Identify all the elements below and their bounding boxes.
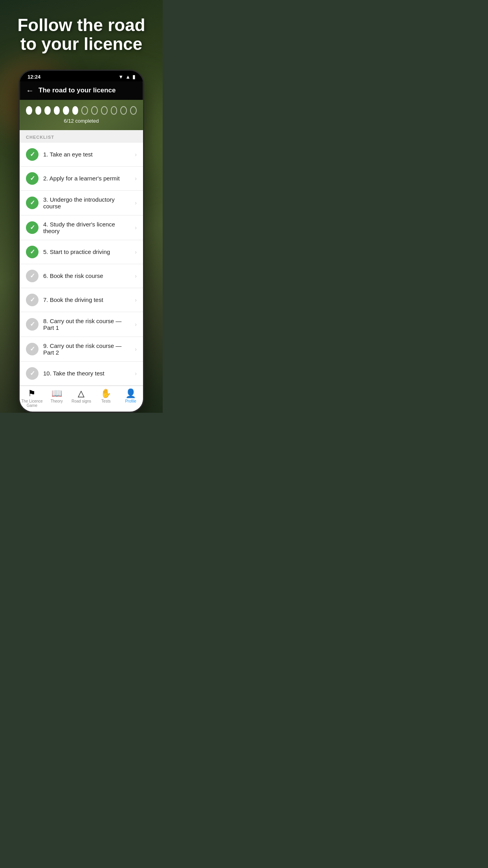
checklist-item-text-3: 3. Undergo the introductory course bbox=[43, 196, 130, 210]
check-icon-1: ✓ bbox=[26, 148, 39, 161]
progress-section: 6/12 completed bbox=[20, 100, 143, 130]
profile-icon: 👤 bbox=[125, 389, 136, 398]
check-icon-7: ✓ bbox=[26, 294, 39, 306]
chevron-icon-5: › bbox=[135, 249, 137, 255]
checklist-list: ✓1. Take an eye test›✓2. Apply for a lea… bbox=[20, 143, 143, 386]
page: Follow the road to your licence 12:24 ▼ … bbox=[0, 0, 163, 413]
progress-dot-8 bbox=[91, 106, 98, 115]
progress-dot-4 bbox=[54, 106, 60, 115]
chevron-icon-8: › bbox=[135, 321, 137, 327]
checklist-item-9[interactable]: ✓9. Carry out the risk course — Part 2› bbox=[20, 337, 143, 362]
checklist-item-text-8: 8. Carry out the risk course — Part 1 bbox=[43, 318, 130, 331]
checklist-item-4[interactable]: ✓4. Study the driver's licence theory› bbox=[20, 215, 143, 240]
bottom-nav: ⚑The Licence Game📖Theory△Road signs✋Test… bbox=[20, 386, 143, 412]
progress-label: 6/12 completed bbox=[26, 118, 137, 124]
chevron-icon-2: › bbox=[135, 175, 137, 182]
tests-label: Tests bbox=[101, 399, 110, 403]
checklist-item-10[interactable]: ✓10. Take the theory test› bbox=[20, 362, 143, 386]
progress-dot-11 bbox=[120, 106, 127, 115]
checklist-item-8[interactable]: ✓8. Carry out the risk course — Part 1› bbox=[20, 312, 143, 337]
checklist-item-5[interactable]: ✓5. Start to practice driving› bbox=[20, 240, 143, 264]
theory-icon: 📖 bbox=[51, 389, 62, 398]
check-icon-8: ✓ bbox=[26, 318, 39, 331]
status-icons: ▼ ▲ ▮ bbox=[118, 74, 135, 80]
licence-game-label: The Licence Game bbox=[21, 399, 43, 408]
progress-dot-7 bbox=[81, 106, 88, 115]
check-icon-2: ✓ bbox=[26, 172, 39, 185]
signal-icon: ▲ bbox=[125, 74, 130, 80]
checklist-item-text-6: 6. Book the risk course bbox=[43, 272, 130, 279]
theory-label: Theory bbox=[51, 399, 63, 403]
progress-dot-10 bbox=[111, 106, 117, 115]
nav-item-road-signs[interactable]: △Road signs bbox=[69, 386, 94, 412]
checklist-item-text-10: 10. Take the theory test bbox=[43, 370, 130, 377]
app-header: ← The road to your licence bbox=[20, 81, 143, 100]
nav-item-profile[interactable]: 👤Profile bbox=[118, 386, 143, 412]
checklist-item-text-9: 9. Carry out the risk course — Part 2 bbox=[43, 342, 130, 356]
road-signs-label: Road signs bbox=[72, 399, 91, 403]
licence-game-icon: ⚑ bbox=[28, 389, 36, 398]
progress-dot-5 bbox=[63, 106, 69, 115]
checklist-header: CHECKLIST bbox=[20, 130, 143, 143]
tests-icon: ✋ bbox=[101, 389, 111, 398]
progress-dot-9 bbox=[101, 106, 108, 115]
progress-dot-1 bbox=[26, 106, 32, 115]
check-icon-9: ✓ bbox=[26, 343, 39, 355]
chevron-icon-1: › bbox=[135, 151, 137, 158]
progress-dot-6 bbox=[72, 106, 79, 115]
chevron-icon-3: › bbox=[135, 200, 137, 206]
progress-dot-2 bbox=[35, 106, 42, 115]
check-icon-6: ✓ bbox=[26, 270, 39, 282]
status-bar: 12:24 ▼ ▲ ▮ bbox=[20, 71, 143, 81]
chevron-icon-9: › bbox=[135, 346, 137, 352]
check-icon-5: ✓ bbox=[26, 246, 39, 258]
chevron-icon-10: › bbox=[135, 370, 137, 377]
checklist-item-6[interactable]: ✓6. Book the risk course› bbox=[20, 264, 143, 288]
checklist-item-1[interactable]: ✓1. Take an eye test› bbox=[20, 143, 143, 167]
chevron-icon-4: › bbox=[135, 224, 137, 231]
profile-label: Profile bbox=[125, 399, 136, 403]
checklist-item-text-4: 4. Study the driver's licence theory bbox=[43, 221, 130, 234]
checklist-item-text-1: 1. Take an eye test bbox=[43, 151, 130, 158]
screen-title: The road to your licence bbox=[39, 86, 116, 94]
hero-title: Follow the road to your licence bbox=[8, 16, 155, 54]
phone-mockup: 12:24 ▼ ▲ ▮ ← The road to your licence 6… bbox=[0, 70, 163, 413]
checklist-item-text-2: 2. Apply for a learner's permit bbox=[43, 175, 130, 182]
road-signs-icon: △ bbox=[78, 389, 84, 398]
progress-dot-12 bbox=[130, 106, 137, 115]
check-icon-10: ✓ bbox=[26, 367, 39, 380]
chevron-icon-7: › bbox=[135, 297, 137, 303]
nav-item-licence-game[interactable]: ⚑The Licence Game bbox=[20, 386, 44, 412]
checklist-item-7[interactable]: ✓7. Book the driving test› bbox=[20, 288, 143, 312]
nav-item-theory[interactable]: 📖Theory bbox=[44, 386, 69, 412]
check-icon-4: ✓ bbox=[26, 221, 39, 234]
checklist-item-3[interactable]: ✓3. Undergo the introductory course› bbox=[20, 191, 143, 215]
checklist-section: CHECKLIST ✓1. Take an eye test›✓2. Apply… bbox=[20, 130, 143, 386]
checklist-item-2[interactable]: ✓2. Apply for a learner's permit› bbox=[20, 167, 143, 191]
status-time: 12:24 bbox=[28, 74, 40, 80]
battery-icon: ▮ bbox=[132, 74, 135, 80]
check-icon-3: ✓ bbox=[26, 197, 39, 209]
checklist-item-text-5: 5. Start to practice driving bbox=[43, 248, 130, 255]
progress-dot-3 bbox=[44, 106, 51, 115]
nav-item-tests[interactable]: ✋Tests bbox=[94, 386, 118, 412]
chevron-icon-6: › bbox=[135, 273, 137, 279]
wifi-icon: ▼ bbox=[118, 74, 123, 80]
progress-dots bbox=[26, 106, 137, 115]
progress-background bbox=[20, 100, 143, 130]
back-button[interactable]: ← bbox=[26, 86, 34, 95]
hero-section: Follow the road to your licence bbox=[0, 0, 163, 62]
phone-frame: 12:24 ▼ ▲ ▮ ← The road to your licence 6… bbox=[18, 70, 144, 413]
checklist-item-text-7: 7. Book the driving test bbox=[43, 296, 130, 303]
